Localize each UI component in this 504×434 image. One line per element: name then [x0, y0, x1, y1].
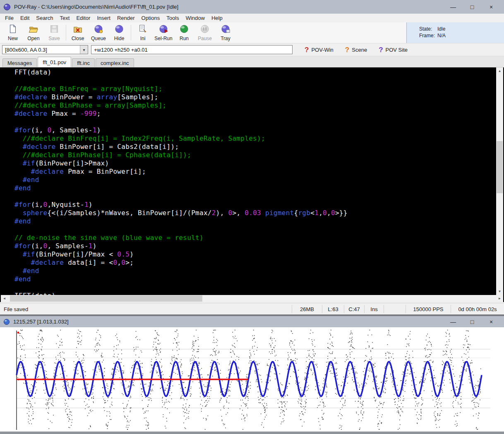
close-icon[interactable]: ×	[482, 316, 501, 328]
help-pov-site-button[interactable]: ?POV Site	[379, 46, 408, 53]
code-line: #end	[14, 176, 496, 184]
help-scene-button[interactable]: ?Scene	[345, 46, 367, 53]
scroll-up-icon[interactable]: ▲	[496, 67, 503, 74]
code-line: #declare BinPower[i] = Cabs2(data[i]);	[14, 143, 496, 151]
toolbar-sel-run-button[interactable]: Sel-Run	[153, 24, 174, 42]
toolbar-save-button[interactable]: Save	[44, 24, 65, 42]
menubar: FileEditSearchTextEditorInsertRenderOpti…	[0, 14, 504, 22]
render-titlebar[interactable]: 1215,257 [1.013,1.032] — □ ×	[0, 316, 504, 327]
code-line: #declare data[i] = <0,0>;	[14, 259, 496, 267]
status-segment: L:63	[322, 305, 344, 313]
state-label: State:	[419, 26, 437, 32]
render-window-title: 1215,257 [1.013,1.032]	[13, 319, 69, 325]
maximize-icon[interactable]: □	[463, 316, 482, 328]
scroll-right-icon[interactable]: ►	[496, 295, 503, 302]
render-output-image[interactable]	[0, 327, 504, 432]
status-segment: 0d 00h 00m 02s	[451, 305, 504, 313]
help-pov-win-button[interactable]: ?POV-Win	[305, 46, 334, 53]
tray-globe-icon	[221, 24, 230, 34]
open-folder-icon	[29, 24, 38, 34]
toolbar-buttons: NewOpenSaveCloseQueueHideIniSel-RunRunPa…	[2, 24, 236, 42]
tab-fft-01-pov[interactable]: fft_01.pov	[38, 57, 71, 67]
toolbar-open-button[interactable]: Open	[23, 24, 44, 42]
close-icon[interactable]: ×	[482, 1, 501, 13]
render-options-row: [800x600, AA 0.3] ▾ ?POV-Win?Scene?POV S…	[0, 43, 504, 56]
code-line: #if(BinPower[i]/Pmax < 0.5)	[14, 250, 496, 259]
vertical-scrollbar-thumb[interactable]	[497, 141, 503, 193]
scroll-left-icon[interactable]: ◄	[1, 295, 8, 302]
frame-label: Frame:	[419, 32, 437, 39]
menu-render[interactable]: Render	[114, 14, 138, 22]
povray-main-window: POV-Ray - C:\Users\ingo\Documents\Nim\Au…	[0, 0, 504, 314]
code-line: #if(BinPower[i]>Pmax)	[14, 159, 496, 168]
toolbar: NewOpenSaveCloseQueueHideIniSel-RunRunPa…	[0, 22, 504, 43]
code-line	[14, 225, 496, 234]
code-line: #declare BinPower = array[Samples];	[14, 93, 496, 101]
status-message: File saved	[4, 306, 28, 312]
code-line	[14, 283, 496, 292]
minimize-icon[interactable]: —	[444, 316, 463, 328]
tab-messages[interactable]: Messages	[2, 58, 37, 67]
code-line: #for(i,0, Samples-1)	[14, 242, 496, 250]
menu-window[interactable]: Window	[182, 14, 208, 22]
scroll-down-icon[interactable]: ▼	[496, 288, 503, 295]
menu-text[interactable]: Text	[57, 14, 73, 22]
code-line	[14, 118, 496, 126]
menu-help[interactable]: Help	[208, 14, 226, 22]
new-document-icon	[8, 24, 18, 34]
toolbar-pause-button[interactable]: Pause	[194, 24, 215, 42]
code-editor[interactable]: FFT(data) //#declare BinFreq = array[Nyq…	[1, 67, 496, 295]
render-preset-value: [800x600, AA 0.3]	[5, 47, 47, 53]
question-icon: ?	[379, 46, 383, 53]
povray-app-icon	[3, 3, 11, 11]
queue-globe-icon	[94, 24, 103, 34]
maximize-icon[interactable]: □	[463, 1, 482, 13]
help-buttons: ?POV-Win?Scene?POV Site	[305, 46, 408, 53]
menu-tools[interactable]: Tools	[163, 14, 182, 22]
main-titlebar[interactable]: POV-Ray - C:\Users\ingo\Documents\Nim\Au…	[0, 0, 504, 14]
toolbar-close-button[interactable]: Close	[67, 24, 88, 42]
code-line: #for(i,0,Nyquist-1)	[14, 201, 496, 209]
chevron-down-icon[interactable]: ▾	[80, 46, 88, 54]
vertical-scrollbar[interactable]: ▲ ▼	[496, 67, 503, 295]
render-window-icon	[3, 319, 10, 325]
toolbar-queue-button[interactable]: Queue	[88, 24, 109, 42]
tab-complex-inc[interactable]: complex.inc	[96, 58, 134, 67]
horizontal-scrollbar-thumb[interactable]	[10, 295, 202, 302]
code-line	[14, 192, 496, 201]
menu-file[interactable]: File	[2, 14, 17, 22]
ini-file-icon	[138, 24, 148, 34]
status-segment: 150000 PPS	[406, 305, 451, 313]
statusbar: File saved 26MBL:63C:47Ins150000 PPS0d 0…	[0, 303, 504, 314]
code-line: #end	[14, 267, 496, 275]
toolbar-new-button[interactable]: New	[2, 24, 23, 42]
code-line: #end	[14, 184, 496, 192]
editor-tabbar: Messagesfft_01.povfft.inccomplex.inc	[0, 56, 504, 67]
menu-insert[interactable]: Insert	[94, 14, 114, 22]
horizontal-scrollbar[interactable]: ◄ ►	[1, 295, 503, 302]
question-icon: ?	[305, 46, 309, 53]
status-segment: C:47	[344, 305, 364, 313]
toolbar-run-button[interactable]: Run	[174, 24, 194, 42]
code-line: sphere{<(i/Samples)*nWaves, BinPower[i]/…	[14, 209, 496, 217]
run-globe-icon	[179, 24, 189, 34]
menu-editor[interactable]: Editor	[73, 14, 94, 22]
toolbar-hide-button[interactable]: Hide	[109, 24, 130, 42]
toolbar-tray-button[interactable]: Tray	[215, 24, 236, 42]
code-line: #declare Pmax = BinPower[i];	[14, 168, 496, 176]
toolbar-ini-button[interactable]: Ini	[132, 24, 153, 42]
menu-edit[interactable]: Edit	[17, 14, 33, 22]
render-preset-select[interactable]: [800x600, AA 0.3] ▾	[2, 45, 88, 54]
menu-search[interactable]: Search	[33, 14, 56, 22]
tab-fft-inc[interactable]: fft.inc	[72, 58, 95, 67]
menu-options[interactable]: Options	[138, 14, 163, 22]
minimize-icon[interactable]: —	[444, 1, 463, 13]
code-line: #end	[14, 217, 496, 225]
render-preview-window: 1215,257 [1.013,1.032] — □ ×	[0, 316, 504, 434]
code-line: #declare Pmax = -999;	[14, 110, 496, 118]
code-line: //#declare BinFreq[i] = Index2Freq(i, Sa…	[14, 134, 496, 143]
command-line-input[interactable]	[91, 45, 293, 54]
render-plot	[0, 327, 504, 432]
frame-value: N/A	[437, 33, 446, 38]
status-segments: 26MBL:63C:47Ins150000 PPS0d 00h 00m 02s	[292, 304, 504, 314]
